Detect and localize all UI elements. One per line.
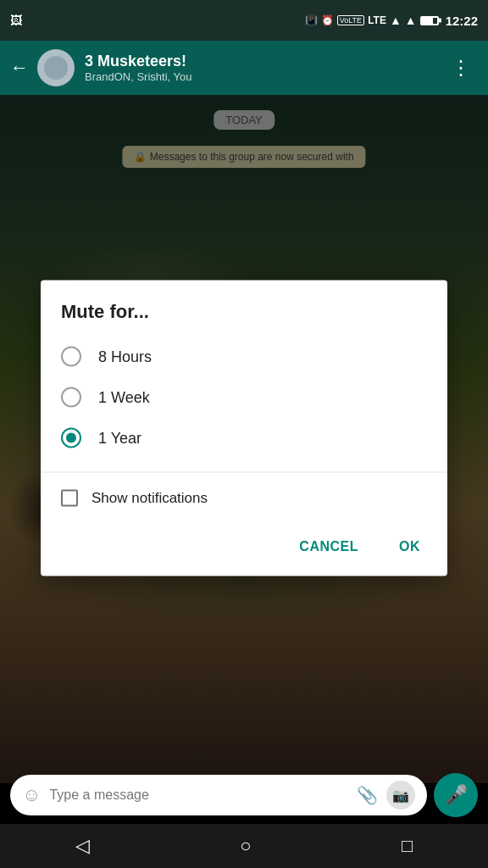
option-1week[interactable]: 1 Week	[61, 377, 427, 418]
recents-nav-button[interactable]: □	[381, 828, 433, 864]
status-bar-left: 🖼	[10, 14, 22, 27]
label-8hours: 8 Hours	[98, 348, 152, 365]
show-notifications-label: Show notifications	[92, 490, 208, 507]
avatar[interactable]	[37, 49, 75, 86]
radio-8hours[interactable]	[61, 347, 81, 367]
emoji-icon[interactable]: ☺	[22, 784, 41, 806]
mic-button[interactable]: 🎤	[434, 773, 478, 817]
label-1week: 1 Week	[98, 388, 150, 406]
show-notifications-row[interactable]: Show notifications	[41, 473, 447, 524]
signal-icon: ▲	[390, 14, 402, 27]
radio-1week[interactable]	[61, 387, 81, 408]
nav-bar: ◁ ○ □	[0, 824, 488, 868]
label-1year: 1 Year	[98, 429, 141, 447]
input-bar: ☺ 📎 📷 🎤	[0, 766, 488, 824]
group-name: 3 Musketeers!	[85, 53, 444, 70]
back-button[interactable]: ←	[10, 57, 29, 79]
group-members: BrandON, Srishti, You	[85, 70, 444, 83]
mute-options: 8 Hours 1 Week 1 Year	[41, 337, 447, 472]
header-info: 3 Musketeers! BrandON, Srishti, You	[85, 53, 444, 83]
message-input[interactable]	[49, 787, 348, 803]
battery-icon	[420, 16, 439, 25]
mute-dialog: Mute for... 8 Hours 1 Week 1 Year Show n…	[41, 281, 447, 576]
status-bar: 🖼 📳 ⏰ VoLTE LTE ▲ ▲ 12:22	[0, 0, 488, 41]
camera-button[interactable]: 📷	[386, 781, 415, 810]
status-time: 12:22	[446, 14, 478, 28]
option-8hours[interactable]: 8 Hours	[61, 337, 427, 377]
back-nav-button[interactable]: ◁	[55, 828, 110, 864]
dialog-actions: CANCEL OK	[41, 524, 447, 576]
lte-label: LTE	[368, 14, 386, 26]
camera-icon: 📷	[392, 787, 409, 804]
ok-button[interactable]: OK	[385, 531, 434, 563]
volte-label: VoLTE	[337, 15, 364, 25]
gallery-icon: 🖼	[10, 14, 22, 27]
status-bar-right: 📳 ⏰ VoLTE LTE ▲ ▲ 12:22	[305, 14, 478, 28]
message-input-container: ☺ 📎 📷	[10, 775, 427, 815]
signal2-icon: ▲	[405, 14, 417, 27]
vibrate-icon: 📳	[305, 14, 318, 26]
show-notifications-checkbox[interactable]	[61, 490, 78, 507]
radio-1year[interactable]	[61, 428, 81, 448]
dialog-title: Mute for...	[41, 281, 447, 337]
option-1year[interactable]: 1 Year	[61, 418, 427, 459]
avatar-image	[44, 56, 68, 80]
home-nav-button[interactable]: ○	[219, 828, 271, 864]
attach-icon[interactable]: 📎	[357, 785, 378, 805]
mic-icon: 🎤	[445, 784, 468, 806]
alarm-icon: ⏰	[321, 14, 334, 26]
cancel-button[interactable]: CANCEL	[286, 531, 372, 563]
menu-button[interactable]: ⋮	[444, 49, 478, 86]
chat-header: ← 3 Musketeers! BrandON, Srishti, You ⋮	[0, 41, 488, 95]
